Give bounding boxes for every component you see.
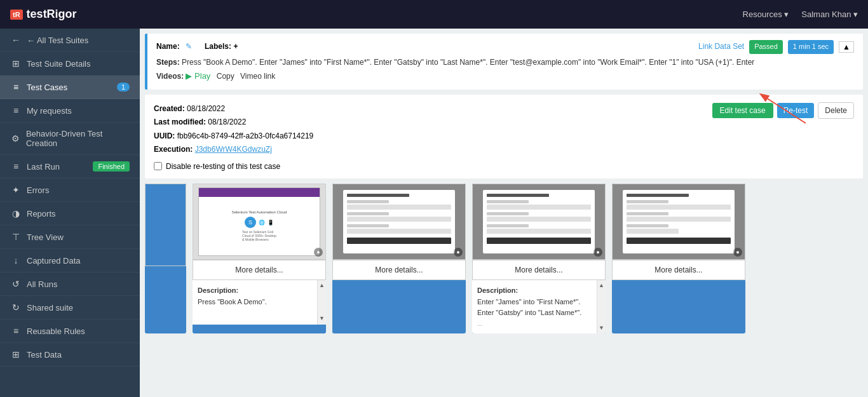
- test-details-info: Created: 08/18/2022 Last modified: 08/18…: [154, 102, 313, 157]
- sidebar-item-tree-view[interactable]: ⊤ Tree View: [0, 225, 140, 249]
- disable-retesting-row: Disable re-testing of this test case: [154, 162, 854, 171]
- sidebar-item-all-test-suites[interactable]: ← ← All Test Suites: [0, 29, 140, 52]
- execution-link[interactable]: J3db6WrW4KGdwzuZj: [195, 145, 272, 154]
- form-field-3: [347, 229, 452, 234]
- form-title-bar: [347, 194, 410, 197]
- resources-menu[interactable]: Resources ▾: [743, 10, 789, 19]
- play-button[interactable]: ▶ Play: [186, 71, 210, 81]
- tree-icon: ⊤: [10, 232, 22, 242]
- user-menu[interactable]: Salman Khan ▾: [801, 10, 858, 19]
- last-run-badge: Finished: [93, 161, 130, 172]
- retest-button[interactable]: Re-test: [777, 103, 815, 118]
- sidebar-item-my-requests[interactable]: ≡ My requests: [0, 99, 140, 123]
- selenium-content-area: Selenium Test Automation Cloud S 🌐 📱 Tes…: [199, 197, 319, 256]
- description-ellipsis-3: ...: [477, 319, 600, 328]
- sidebar-item-suite-details[interactable]: ⊞ Test Suite Details: [0, 52, 140, 76]
- sidebar-item-errors[interactable]: ✦ Errors: [0, 178, 140, 202]
- form-title-bar-4: [627, 194, 689, 197]
- more-details-btn-2[interactable]: More details...: [332, 260, 466, 280]
- link-data-set[interactable]: Link Data Set: [698, 41, 744, 53]
- sidebar-all-runs-label: All Runs: [27, 279, 57, 289]
- selenium-logo: S: [245, 217, 256, 228]
- more-details-btn-1[interactable]: More details...: [193, 260, 326, 280]
- disable-retesting-label: Disable re-testing of this test case: [166, 162, 280, 171]
- copy-label[interactable]: Copy: [217, 72, 234, 81]
- sidebar-all-test-suites-label: ← All Test Suites: [27, 36, 88, 45]
- steps-row: Steps: Press "Book A Demo". Enter "James…: [156, 57, 854, 69]
- selenium-preview: Selenium Test Automation Cloud S 🌐 📱 Tes…: [198, 187, 320, 257]
- selenium-desc: Test on Selenium GridCloud of 3000+ Desk…: [242, 230, 276, 241]
- sidebar-item-reports[interactable]: ◑ Reports: [0, 202, 140, 225]
- test-case-header: Name: ✎ Labels: + Link Data Set Passed 1…: [145, 34, 863, 90]
- form-field-4-1: [627, 205, 731, 210]
- scroll-down-3[interactable]: ▼: [599, 324, 604, 333]
- screenshot-overlay-2: ●: [454, 248, 463, 257]
- sidebar-item-last-run[interactable]: ≡ Last Run Finished: [0, 155, 140, 178]
- last-run-icon: ≡: [10, 161, 22, 172]
- steps-label: Steps:: [156, 58, 180, 67]
- created-row: Created: 08/18/2022: [154, 102, 313, 116]
- test-cases-badge: 1: [117, 83, 130, 91]
- screenshot-img-4: ●: [612, 184, 745, 260]
- selenium-title-text: Selenium Test Automation Cloud: [232, 210, 287, 214]
- description-scroll-1: ▲ ▼: [317, 280, 326, 325]
- form-field-3-1: [487, 205, 592, 210]
- errors-icon: ✦: [10, 185, 22, 195]
- test-header-right: Link Data Set Passed 1 min 1 sec ▲: [698, 40, 854, 54]
- scroll-up-3[interactable]: ▲: [599, 281, 604, 290]
- time-badge: 1 min 1 sec: [788, 40, 834, 54]
- sidebar-item-test-cases[interactable]: ≡ Test Cases 1: [0, 76, 140, 99]
- sidebar-item-all-runs[interactable]: ↺ All Runs: [0, 273, 140, 296]
- delete-button[interactable]: Delete: [818, 102, 854, 119]
- form-field-4-3: [627, 229, 679, 234]
- sidebar-errors-label: Errors: [27, 185, 49, 195]
- all-runs-icon: ↺: [10, 279, 22, 289]
- form-field-4-2: [627, 217, 731, 222]
- form-field-2: [347, 217, 452, 222]
- modified-row: Last modified: 08/18/2022: [154, 116, 313, 130]
- form-field-3-2: [487, 217, 592, 222]
- test-header-top: Name: ✎ Labels: + Link Data Set Passed 1…: [156, 40, 854, 54]
- sidebar-item-behavior-driven[interactable]: ⚙ Behavior-Driven Test Creation: [0, 123, 140, 155]
- sidebar-item-shared-suite[interactable]: ↻ Shared suite: [0, 296, 140, 320]
- passed-badge: Passed: [749, 40, 783, 54]
- execution-label: Execution:: [154, 145, 193, 154]
- scroll-up-1[interactable]: ▲: [319, 281, 325, 290]
- videos-label: Videos:: [156, 72, 184, 81]
- screenshot-img-3: ●: [472, 184, 606, 260]
- test-header-left: Name: ✎ Labels: +: [156, 41, 238, 53]
- reports-icon: ◑: [10, 208, 22, 219]
- form-preview-3: [483, 190, 595, 253]
- edit-name-icon[interactable]: ✎: [186, 42, 192, 51]
- edit-test-case-button[interactable]: Edit test case: [712, 103, 773, 118]
- logo-text: testRigor: [27, 8, 77, 21]
- screenshot-img-1: Selenium Test Automation Cloud S 🌐 📱 Tes…: [193, 184, 326, 260]
- form-title-bar-3: [487, 194, 550, 197]
- description-text-3: Enter "James" into "First Name*". Enter …: [477, 297, 600, 318]
- main-content: Name: ✎ Labels: + Link Data Set Passed 1…: [140, 29, 868, 397]
- more-details-btn-4[interactable]: More details...: [612, 260, 745, 280]
- sidebar-item-test-data[interactable]: ⊞ Test Data: [0, 343, 140, 367]
- uuid-label: UUID:: [154, 131, 175, 140]
- modified-label: Last modified:: [154, 118, 206, 126]
- disable-retesting-checkbox[interactable]: [154, 162, 162, 170]
- description-title-1: Description:: [198, 285, 321, 296]
- scroll-down-1[interactable]: ▼: [319, 314, 325, 323]
- sidebar-item-captured-data[interactable]: ↓ Captured Data: [0, 249, 140, 273]
- labels-control[interactable]: Labels: +: [205, 41, 238, 53]
- back-icon: ←: [10, 35, 22, 45]
- test-case-details: Created: 08/18/2022 Last modified: 08/18…: [145, 95, 863, 178]
- topbar: tR testRigor Resources ▾ Salman Khan ▾: [0, 0, 868, 29]
- form-field-lbl-4-2: [627, 212, 668, 215]
- selenium-sub: 🌐: [259, 220, 265, 225]
- sidebar-item-reusable-rules[interactable]: ≡ Reusable Rules: [0, 320, 140, 343]
- form-submit-btn-4: [627, 238, 731, 244]
- selenium-header-bar: [199, 188, 319, 197]
- collapse-button[interactable]: ▲: [839, 41, 854, 53]
- form-preview-4: [623, 190, 735, 253]
- name-label: Name: ✎: [156, 41, 192, 53]
- logo: tR testRigor: [10, 8, 77, 21]
- sidebar-test-cases-label: Test Cases: [27, 83, 67, 92]
- vimeo-link[interactable]: Vimeo link: [240, 72, 275, 81]
- more-details-btn-3[interactable]: More details...: [472, 260, 606, 280]
